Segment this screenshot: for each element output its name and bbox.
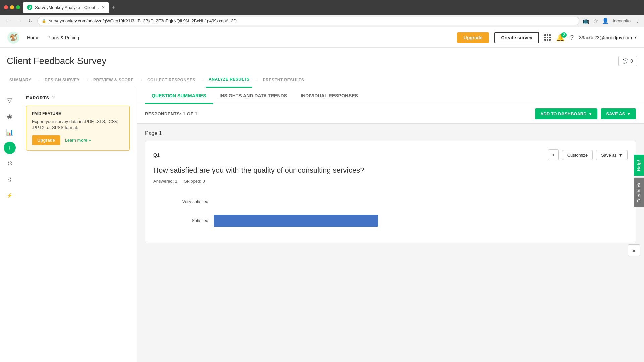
header-nav: Home Plans & Pricing xyxy=(27,35,79,40)
question-number: Q1 xyxy=(153,152,160,158)
skipped-count: Skipped: 0 xyxy=(184,179,205,184)
workflow-step-analyze[interactable]: ANALYZE RESULTS xyxy=(206,72,252,88)
feedback-tab[interactable]: Feedback xyxy=(634,178,644,207)
create-survey-button[interactable]: Create survey xyxy=(494,32,539,43)
user-menu[interactable]: 39ac6e23@moodjoy.com ▼ xyxy=(579,35,637,40)
workflow-step-present[interactable]: PRESENT RESULTS xyxy=(260,72,307,88)
nav-plans-pricing[interactable]: Plans & Pricing xyxy=(47,35,79,40)
svg-text:🐒: 🐒 xyxy=(9,33,18,41)
profile-icon[interactable]: 👤 xyxy=(602,18,609,24)
nav-home[interactable]: Home xyxy=(27,35,39,40)
workflow-arrow-5: → xyxy=(254,77,259,83)
save-as-dropdown-icon: ▼ xyxy=(627,112,631,116)
tab-individual-responses[interactable]: INDIVIDUAL RESPONSES xyxy=(294,88,365,104)
question-card: Q1 ✦ Customize Save as ▼ How satisfied a… xyxy=(145,141,636,243)
content-tabs: QUESTION SUMMARIES INSIGHTS AND DATA TRE… xyxy=(137,88,644,104)
tab-question-summaries[interactable]: QUESTION SUMMARIES xyxy=(145,88,213,104)
content-area: QUESTION SUMMARIES INSIGHTS AND DATA TRE… xyxy=(137,88,644,362)
survey-title: Client Feedback Survey xyxy=(7,56,106,66)
maximize-button[interactable] xyxy=(16,5,20,9)
sidebar-download-icon[interactable]: ↓ xyxy=(4,142,16,154)
tab-close-icon[interactable]: ✕ xyxy=(102,5,105,10)
workflow-arrow-4: → xyxy=(199,77,205,83)
workflow-nav: SUMMARY → DESIGN SURVEY → PREVIEW & SCOR… xyxy=(0,72,644,88)
workflow-step-collect[interactable]: COLLECT RESPONSES xyxy=(145,72,198,88)
workflow-arrow-3: → xyxy=(138,77,143,83)
question-header: Q1 ✦ Customize Save as ▼ xyxy=(153,149,628,160)
add-to-dashboard-button[interactable]: ADD TO DASHBOARD ▼ xyxy=(535,108,598,119)
forward-button[interactable]: → xyxy=(15,17,23,25)
new-tab-button[interactable]: + xyxy=(112,4,115,11)
page-label: Page 1 xyxy=(145,130,636,136)
survey-title-bar: Client Feedback Survey 💬 0 xyxy=(0,48,644,72)
left-sidebar: ▽ ◉ 📊 ↓ ⛓ ⟨⟩ ⚡ xyxy=(0,88,19,362)
paid-upgrade-button[interactable]: Upgrade xyxy=(32,135,60,145)
exports-info-icon[interactable]: ? xyxy=(52,95,55,100)
sidebar-share-icon[interactable]: ⟨⟩ xyxy=(3,173,16,186)
exports-panel: EXPORTS ? PAID FEATURE Export your surve… xyxy=(19,88,137,362)
toolbar-right: ADD TO DASHBOARD ▼ SAVE AS ▼ xyxy=(535,108,636,119)
questions-container: Page 1 Q1 ✦ Customize Save as ▼ How sati… xyxy=(137,124,644,250)
comment-count: 0 xyxy=(630,58,633,64)
pin-button[interactable]: ✦ xyxy=(548,149,559,160)
tab-title: SurveyMonkey Analyze - Client... xyxy=(35,5,99,10)
app-header: 🐒 Home Plans & Pricing Upgrade Create su… xyxy=(0,27,644,48)
help-icon[interactable]: ? xyxy=(570,34,574,41)
sidebar-chart-icon[interactable]: 📊 xyxy=(3,126,16,139)
workflow-step-preview[interactable]: PREVIEW & SCORE xyxy=(91,72,137,88)
main-layout: ▽ ◉ 📊 ↓ ⛓ ⟨⟩ ⚡ EXPORTS ? PAID FEATURE Ex… xyxy=(0,88,644,362)
answered-count: Answered: 1 xyxy=(153,179,177,184)
save-as-button[interactable]: SAVE AS ▼ xyxy=(601,108,636,119)
comment-badge[interactable]: 💬 0 xyxy=(618,56,637,66)
question-header-actions: ✦ Customize Save as ▼ xyxy=(548,149,628,160)
incognito-icon: Incognito xyxy=(613,18,631,23)
sidebar-eye-icon[interactable]: ◉ xyxy=(3,110,16,123)
help-tab[interactable]: Help! xyxy=(634,155,644,176)
exports-title: EXPORTS xyxy=(26,95,49,100)
logo[interactable]: 🐒 xyxy=(7,31,20,44)
chart-area: Very satisfied Satisfied xyxy=(153,190,628,235)
workflow-step-design[interactable]: DESIGN SURVEY xyxy=(42,72,83,88)
sidebar-lightning-icon[interactable]: ⚡ xyxy=(3,189,16,202)
notification-badge: 2 xyxy=(561,32,567,38)
workflow-arrow-2: → xyxy=(84,77,89,83)
traffic-lights[interactable] xyxy=(4,5,20,9)
question-text: How satisfied are you with the quality o… xyxy=(153,166,628,175)
menu-icon[interactable]: ⋮ xyxy=(635,18,640,24)
chart-bar-container-satisfied xyxy=(214,215,628,227)
customize-button[interactable]: Customize xyxy=(562,150,593,160)
header-right: Upgrade Create survey 🔔 2 ? 39ac6e23@moo… xyxy=(457,32,637,43)
address-bar[interactable]: 🔒 surveymonkey.com/analyze/qWCeo19KXH3HB… xyxy=(37,17,579,25)
upgrade-button[interactable]: Upgrade xyxy=(457,32,489,43)
save-as-small-dropdown-icon: ▼ xyxy=(618,153,623,158)
sidebar-filter-icon[interactable]: ▽ xyxy=(3,94,16,107)
chart-row-very-satisfied: Very satisfied xyxy=(153,194,628,210)
tab-insights-data-trends[interactable]: INSIGHTS AND DATA TRENDS xyxy=(213,88,294,104)
chart-label-very-satisfied: Very satisfied xyxy=(153,199,214,204)
chart-row-satisfied: Satisfied xyxy=(153,213,628,229)
scroll-up-button[interactable]: ▲ xyxy=(628,244,640,256)
minimize-button[interactable] xyxy=(10,5,14,9)
user-email: 39ac6e23@moodjoy.com xyxy=(579,35,632,40)
cast-icon[interactable]: 📺 xyxy=(583,18,589,24)
learn-more-link[interactable]: Learn more » xyxy=(65,138,91,143)
bookmark-icon[interactable]: ☆ xyxy=(593,18,598,24)
back-button[interactable]: ← xyxy=(4,17,12,25)
user-menu-chevron-icon: ▼ xyxy=(634,36,637,39)
paid-feature-box: PAID FEATURE Export your survey data in … xyxy=(26,106,130,151)
notifications-icon[interactable]: 🔔 2 xyxy=(556,34,565,42)
security-icon: 🔒 xyxy=(42,19,46,23)
refresh-button[interactable]: ↻ xyxy=(27,16,34,25)
workflow-step-summary[interactable]: SUMMARY xyxy=(7,72,34,88)
question-meta: Answered: 1 Skipped: 0 xyxy=(153,179,628,184)
browser-tab[interactable]: S SurveyMonkey Analyze - Client... ✕ xyxy=(23,2,109,13)
paid-feature-label: PAID FEATURE xyxy=(32,111,124,116)
apps-icon[interactable] xyxy=(544,34,551,41)
close-button[interactable] xyxy=(4,5,8,9)
save-as-small-button[interactable]: Save as ▼ xyxy=(596,150,628,160)
content-toolbar: RESPONDENTS: 1 of 1 ADD TO DASHBOARD ▼ S… xyxy=(137,104,644,124)
chart-bar-satisfied xyxy=(214,215,378,227)
browser-nav: ← → ↻ 🔒 surveymonkey.com/analyze/qWCeo19… xyxy=(0,15,644,27)
add-dashboard-dropdown-icon: ▼ xyxy=(589,112,592,116)
sidebar-link-icon[interactable]: ⛓ xyxy=(3,157,16,170)
